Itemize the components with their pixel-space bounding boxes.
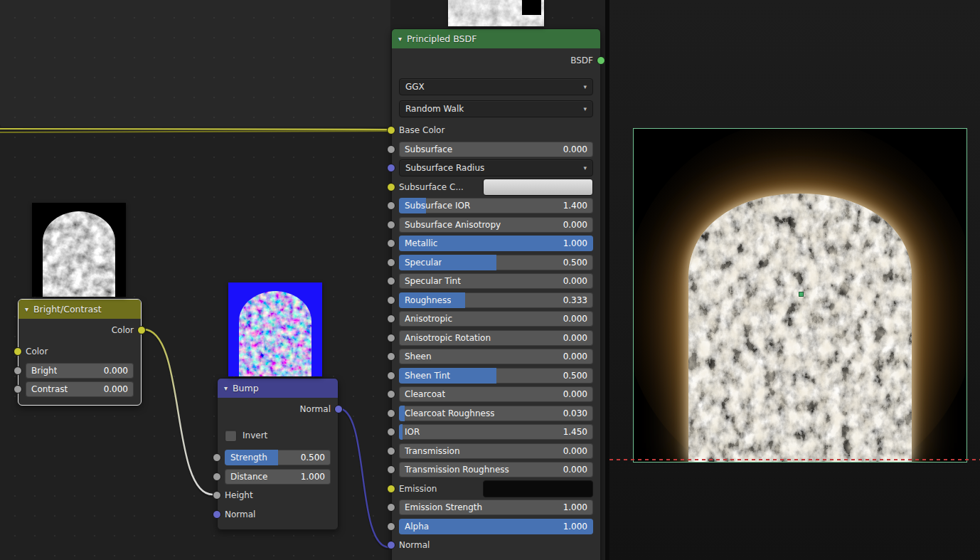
normal-output-label: Normal — [300, 404, 331, 414]
subsurface-radius-dropdown[interactable]: Subsurface Radius ▾ — [399, 159, 593, 176]
row-subsurface: Subsurface 0.000 — [399, 142, 593, 157]
socket-alpha[interactable] — [387, 522, 395, 531]
row-invert: Invert — [225, 428, 331, 443]
socket-transmission[interactable] — [387, 447, 395, 455]
transmission-roughness-slider[interactable]: Transmission Roughness 0.000 — [399, 462, 593, 477]
collapse-chevron-icon[interactable]: ▾ — [25, 306, 28, 313]
specular-tint-slider[interactable]: Specular Tint 0.000 — [399, 273, 593, 289]
socket-subsurface-radius[interactable] — [387, 164, 395, 172]
anisotropic-slider[interactable]: Anisotropic 0.000 — [399, 311, 593, 327]
alpha-slider[interactable]: Alpha 1.000 — [399, 519, 593, 534]
socket-ior[interactable] — [387, 428, 395, 436]
socket-emission-strength[interactable] — [387, 503, 395, 512]
bright-contrast-preview — [32, 203, 126, 297]
row-contrast: Contrast 0.000 — [26, 381, 134, 397]
distribution-value: GGX — [405, 82, 425, 92]
subsurface-method-dropdown[interactable]: Random Walk ▾ — [399, 100, 593, 117]
slider-value: 0.000 — [104, 366, 128, 376]
socket-emission[interactable] — [387, 485, 395, 493]
normal-label: Normal — [399, 540, 430, 550]
subsurface-ior-slider[interactable]: Subsurface IOR 1.400 — [399, 198, 593, 213]
collapse-chevron-icon[interactable]: ▾ — [224, 385, 228, 392]
socket-height[interactable] — [213, 491, 221, 500]
socket-transmission-roughness[interactable] — [387, 465, 395, 474]
shader-node-editor[interactable]: ▾ Principled BSDF BSDF GGX ▾ Random Walk — [0, 0, 605, 560]
socket-specular-tint[interactable] — [387, 277, 395, 285]
socket-roughness[interactable] — [387, 296, 395, 305]
bump-normal-input-label: Normal — [225, 509, 255, 519]
slider-value: 0.333 — [563, 295, 587, 305]
clearcoat-slider[interactable]: Clearcoat 0.000 — [399, 386, 593, 402]
distance-slider[interactable]: Distance 1.000 — [225, 469, 331, 485]
socket-metallic[interactable] — [387, 239, 395, 248]
socket-subsurface-anisotropy[interactable] — [387, 221, 395, 229]
contrast-slider[interactable]: Contrast 0.000 — [26, 381, 134, 397]
row-distribution: GGX ▾ — [399, 79, 593, 95]
slider-fill — [399, 406, 405, 421]
emission-color-swatch[interactable] — [483, 480, 593, 497]
bright-slider[interactable]: Bright 0.000 — [26, 363, 134, 379]
invert-checkbox[interactable] — [225, 430, 237, 442]
node-title: Principled BSDF — [407, 33, 476, 44]
socket-sheen-tint[interactable] — [387, 371, 395, 380]
socket-subsurface[interactable] — [387, 145, 395, 154]
emission-label: Emission — [399, 484, 437, 494]
socket-bump-normal-input[interactable] — [213, 510, 221, 519]
row-subsurface-color: Subsurface C... — [399, 179, 593, 195]
subsurface-anisotropy-slider[interactable]: Subsurface Anisotropy 0.000 — [399, 217, 593, 233]
slider-value: 0.000 — [563, 446, 587, 456]
bright-contrast-node-header[interactable]: ▾ Bright/Contrast — [18, 300, 141, 319]
specular-slider[interactable]: Specular 0.500 — [399, 255, 593, 270]
socket-subsurface-ior[interactable] — [387, 201, 395, 210]
slider-label: Anisotropic Rotation — [405, 333, 491, 343]
node-principled-bsdf[interactable]: ▾ Principled BSDF BSDF GGX ▾ Random Walk — [391, 28, 601, 560]
dropdown-chevron-icon: ▾ — [583, 164, 587, 171]
metallic-slider[interactable]: Metallic 1.000 — [399, 236, 593, 251]
socket-sheen[interactable] — [387, 352, 395, 361]
slider-value: 1.000 — [301, 472, 325, 482]
strength-slider[interactable]: Strength 0.500 — [225, 450, 331, 465]
socket-subsurface-color[interactable] — [387, 183, 395, 191]
socket-color-output[interactable] — [137, 326, 146, 334]
bump-node-header[interactable]: ▾ Bump — [218, 379, 338, 398]
emission-strength-slider[interactable]: Emission Strength 1.000 — [399, 500, 593, 515]
socket-base-color[interactable] — [387, 126, 395, 134]
subsurface-method-value: Random Walk — [405, 104, 464, 114]
principled-node-header[interactable]: ▾ Principled BSDF — [392, 29, 600, 48]
socket-anisotropic[interactable] — [387, 315, 395, 323]
socket-contrast[interactable] — [14, 385, 22, 393]
anisotropic-rotation-slider[interactable]: Anisotropic Rotation 0.000 — [399, 330, 593, 346]
slider-label: Alpha — [405, 522, 429, 532]
distribution-dropdown[interactable]: GGX ▾ — [399, 78, 593, 95]
row-subsurface-ior: Subsurface IOR 1.400 — [399, 198, 593, 213]
socket-normal[interactable] — [387, 541, 395, 549]
subsurface-color-swatch[interactable] — [483, 179, 593, 196]
slider-value: 1.000 — [563, 502, 587, 512]
node-bright-contrast[interactable]: ▾ Bright/Contrast Color Color Bright — [18, 299, 142, 406]
slider-value: 0.000 — [563, 144, 587, 154]
sheen-slider[interactable]: Sheen 0.000 — [399, 349, 593, 364]
socket-bsdf-output[interactable] — [597, 56, 605, 65]
slider-label: Subsurface — [405, 144, 452, 154]
socket-strength[interactable] — [213, 453, 221, 462]
socket-anisotropic-rotation[interactable] — [387, 334, 395, 342]
socket-bright[interactable] — [14, 366, 22, 375]
ior-slider[interactable]: IOR 1.450 — [399, 424, 593, 440]
node-title: Bright/Contrast — [33, 304, 102, 315]
socket-clearcoat[interactable] — [387, 390, 395, 398]
roughness-slider[interactable]: Roughness 0.333 — [399, 292, 593, 308]
clearcoat-roughness-slider[interactable]: Clearcoat Roughness 0.030 — [399, 406, 593, 421]
subsurface-slider[interactable]: Subsurface 0.000 — [399, 142, 593, 157]
slider-label: Sheen Tint — [405, 371, 450, 381]
sheen-tint-slider[interactable]: Sheen Tint 0.500 — [399, 368, 593, 384]
socket-color-input[interactable] — [14, 347, 22, 356]
socket-normal-output[interactable] — [334, 405, 343, 413]
socket-clearcoat-roughness[interactable] — [387, 409, 395, 418]
socket-specular[interactable] — [387, 258, 395, 267]
socket-distance[interactable] — [213, 472, 221, 481]
3d-viewport[interactable] — [609, 0, 980, 560]
collapse-chevron-icon[interactable]: ▾ — [398, 36, 402, 43]
dropdown-chevron-icon: ▾ — [583, 105, 587, 112]
node-bump[interactable]: ▾ Bump Normal Invert Strength 0. — [217, 378, 339, 530]
transmission-slider[interactable]: Transmission 0.000 — [399, 443, 593, 459]
